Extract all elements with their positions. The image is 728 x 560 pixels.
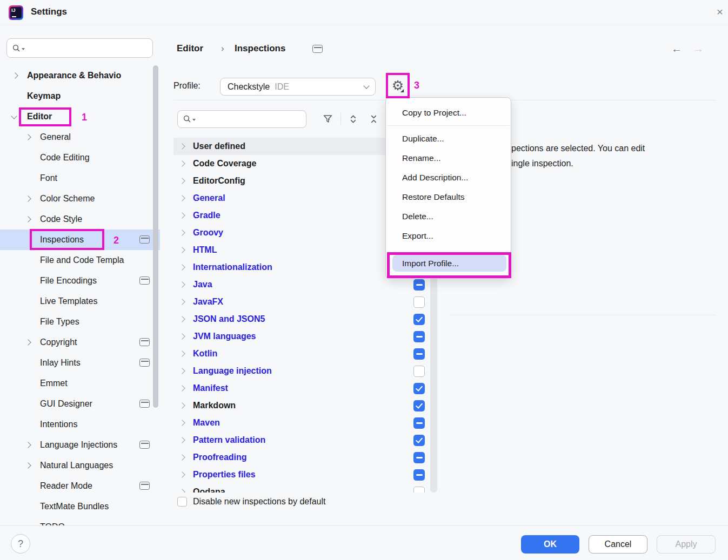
sidebar-item[interactable]: Language Injections — [0, 435, 160, 455]
inspection-group-row[interactable]: Properties files — [173, 466, 439, 483]
menu-item-label: Delete... — [402, 212, 433, 221]
settings-search-field[interactable] — [28, 43, 152, 53]
back-arrow-icon[interactable]: ← — [671, 43, 682, 55]
sidebar-item[interactable]: Appearance & Behavio — [0, 65, 160, 86]
inspection-group-checkbox[interactable] — [413, 435, 425, 446]
sidebar-item-label: Code Style — [40, 214, 82, 224]
sidebar-item[interactable]: Editor — [0, 106, 160, 127]
screen-icon — [139, 359, 150, 367]
ok-button[interactable]: OK — [521, 535, 579, 554]
inspection-group-checkbox[interactable] — [413, 417, 425, 429]
sidebar-item[interactable]: Inlay Hints — [0, 353, 160, 373]
sidebar-item[interactable]: Live Templates — [0, 291, 160, 312]
toolbar-divider — [340, 113, 341, 125]
menu-item[interactable]: Rename... — [386, 149, 511, 168]
profile-settings-gear-button[interactable]: ⚙ — [386, 73, 410, 98]
breadcrumb-editor[interactable]: Editor — [177, 43, 203, 54]
sidebar-item[interactable]: File Types — [0, 312, 160, 332]
menu-item-label: Restore Defaults — [402, 192, 464, 202]
inspection-group-checkbox[interactable] — [413, 487, 425, 493]
inspection-description-text: pections are selected. You can edit ingl… — [511, 141, 645, 171]
chevron-right-icon — [179, 352, 193, 356]
inspection-group-checkbox[interactable] — [413, 348, 425, 360]
sidebar-item-label: Inlay Hints — [40, 358, 81, 368]
apply-button[interactable]: Apply — [657, 535, 716, 554]
sidebar-item-label: Emmet — [40, 379, 68, 388]
inspection-group-checkbox[interactable] — [413, 314, 425, 325]
help-button[interactable]: ? — [11, 534, 30, 554]
inspection-group-row[interactable]: Maven — [173, 414, 439, 431]
forward-arrow-icon[interactable]: → — [693, 43, 704, 55]
inspection-group-label: Maven — [193, 418, 220, 428]
chevron-right-icon — [179, 317, 193, 321]
sidebar-item[interactable]: Font — [0, 168, 160, 188]
sidebar-item-label: File Types — [40, 317, 79, 327]
sidebar-item[interactable]: Emmet — [0, 373, 160, 394]
sidebar-item[interactable]: Keymap — [0, 86, 160, 106]
sidebar-item[interactable]: File and Code Templa — [0, 250, 160, 271]
inspection-group-checkbox[interactable] — [413, 331, 425, 342]
profile-dropdown[interactable]: Checkstyle IDE — [220, 78, 376, 96]
collapse-all-button[interactable] — [365, 111, 382, 126]
inspection-group-row[interactable]: Proofreading — [173, 449, 439, 466]
menu-item[interactable]: Export... — [386, 226, 511, 246]
inspection-search-field[interactable] — [199, 114, 306, 124]
sidebar-item[interactable]: Natural Languages — [0, 455, 160, 476]
expand-all-button[interactable] — [345, 111, 361, 126]
dropdown-corner-icon — [400, 89, 404, 92]
inspection-group-row[interactable]: Language injection — [173, 362, 439, 380]
inspection-group-checkbox[interactable] — [413, 469, 425, 481]
sidebar-item[interactable]: General — [0, 127, 160, 147]
sidebar-item[interactable]: Inspections — [0, 230, 160, 250]
inspection-search-input[interactable] — [177, 110, 306, 128]
sidebar-item[interactable]: Reader Mode — [0, 476, 160, 496]
sidebar-item[interactable]: Code Editing — [0, 147, 160, 168]
menu-item-label: Rename... — [402, 153, 441, 163]
sidebar-item[interactable]: GUI Designer — [0, 394, 160, 414]
screen-icon — [139, 338, 150, 346]
menu-item[interactable]: Import Profile... — [392, 255, 506, 272]
sidebar-item[interactable]: Color Scheme — [0, 188, 160, 209]
filter-button[interactable] — [320, 111, 336, 126]
sidebar-item-label: Intentions — [40, 420, 77, 429]
inspection-group-row[interactable]: Kotlin — [173, 345, 439, 362]
inspection-group-row[interactable]: Pattern validation — [173, 431, 439, 449]
breadcrumb-inspections[interactable]: Inspections — [235, 43, 285, 54]
inspection-group-checkbox[interactable] — [413, 279, 425, 291]
sidebar-item[interactable]: Intentions — [0, 414, 160, 435]
sidebar-item[interactable]: Code Style — [0, 209, 160, 230]
inspection-group-label: Groovy — [193, 228, 223, 238]
menu-item[interactable]: Duplicate... — [386, 129, 511, 149]
sidebar-item[interactable]: TextMate Bundles — [0, 496, 160, 517]
menu-item[interactable]: Restore Defaults — [386, 187, 511, 207]
menu-item[interactable]: Add Description... — [386, 168, 511, 187]
inspection-group-label: Qodana — [193, 487, 225, 492]
sidebar-item[interactable]: TODO — [0, 517, 160, 525]
close-icon[interactable]: × — [712, 4, 727, 19]
inspection-group-row[interactable]: JavaFX — [173, 293, 439, 311]
sidebar-item-label: Keymap — [27, 91, 61, 101]
menu-item[interactable]: Delete... — [386, 207, 511, 226]
sidebar-scrollbar[interactable] — [153, 65, 158, 408]
settings-nav-tree: Appearance & Behavio Keymap Editor Gener… — [0, 65, 160, 525]
sidebar-item[interactable]: Copyright — [0, 332, 160, 353]
window-title: Settings — [31, 6, 67, 17]
inspection-group-row[interactable]: JVM languages — [173, 328, 439, 345]
settings-search-input[interactable] — [6, 38, 153, 58]
inspection-group-row[interactable]: JSON and JSON5 — [173, 311, 439, 328]
right-panel-divider — [450, 315, 716, 315]
inspection-group-checkbox[interactable] — [413, 296, 425, 308]
profile-settings-menu: Copy to Project... Duplicate... Rename..… — [385, 97, 511, 279]
cancel-button[interactable]: Cancel — [589, 535, 647, 554]
inspection-group-checkbox[interactable] — [413, 366, 425, 377]
inspection-group-row[interactable]: Qodana — [173, 483, 439, 492]
inspection-group-checkbox[interactable] — [413, 452, 425, 463]
inspection-group-checkbox[interactable] — [413, 400, 425, 411]
inspection-group-row[interactable]: Manifest — [173, 380, 439, 397]
inspection-group-label: JSON and JSON5 — [193, 314, 265, 324]
menu-item[interactable]: Copy to Project... — [386, 103, 511, 123]
inspection-group-row[interactable]: Markdown — [173, 397, 439, 414]
disable-new-inspections-checkbox[interactable] — [177, 497, 187, 507]
sidebar-item[interactable]: File Encodings — [0, 271, 160, 291]
inspection-group-checkbox[interactable] — [413, 383, 425, 394]
